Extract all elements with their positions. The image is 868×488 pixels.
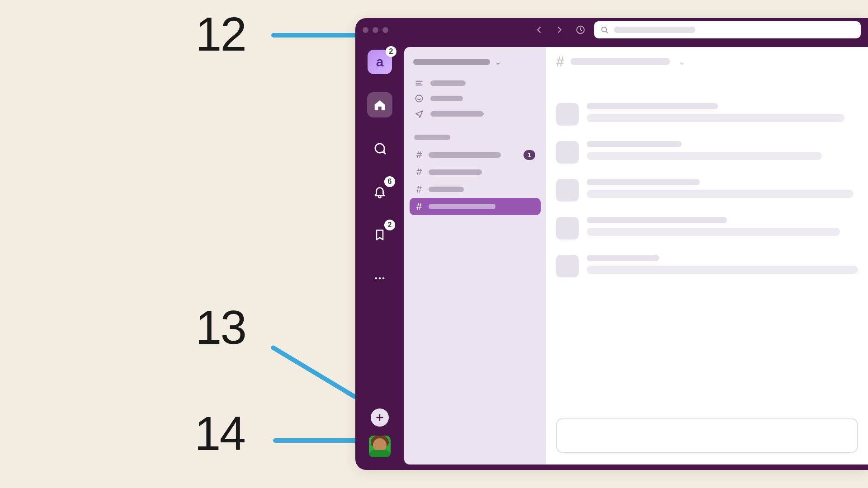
sidebar-item-label <box>430 111 484 117</box>
sidebar-item-label <box>430 96 463 101</box>
channel-header[interactable]: # ⌄ <box>546 47 868 76</box>
message-item <box>556 103 858 126</box>
hash-icon: # <box>556 53 564 70</box>
message-avatar[interactable] <box>556 179 579 202</box>
chevron-down-icon: ⌄ <box>678 56 686 67</box>
rail-home[interactable] <box>367 92 392 117</box>
sidebar-nav <box>410 77 541 127</box>
workspace-sidebar: ⌄ <box>404 47 546 465</box>
rail-activity[interactable]: 6 <box>367 179 392 204</box>
workspace-unread-badge: 2 <box>386 46 396 57</box>
message-body <box>587 103 858 126</box>
message-avatar[interactable] <box>556 141 579 164</box>
home-icon <box>373 98 387 112</box>
sidebar-item-threads[interactable] <box>414 79 536 88</box>
chevron-right-icon <box>555 25 565 35</box>
callout-14-line <box>273 438 363 443</box>
message-avatar[interactable] <box>556 217 579 239</box>
channels-section-label[interactable] <box>414 135 450 140</box>
nav-rail: a 2 6 2 <box>355 42 404 470</box>
message-body <box>587 179 858 202</box>
traffic-dot[interactable] <box>382 27 388 33</box>
svg-point-3 <box>375 277 377 280</box>
channel-name-placeholder <box>429 187 464 192</box>
activity-badge: 6 <box>384 176 395 187</box>
channel-name-placeholder <box>429 169 482 175</box>
message-text-placeholder <box>587 190 854 198</box>
message-item <box>556 217 858 239</box>
unread-badge: 1 <box>524 150 535 160</box>
message-item <box>556 179 858 202</box>
sidebar-item-mentions[interactable] <box>414 94 536 103</box>
svg-line-2 <box>606 31 607 33</box>
chevron-down-icon: ⌄ <box>495 57 501 67</box>
message-text-placeholder <box>587 114 844 122</box>
hash-icon: # <box>415 166 423 178</box>
app-window: a 2 6 2 <box>355 18 868 470</box>
svg-point-5 <box>382 277 385 280</box>
message-header-placeholder <box>587 103 718 109</box>
workspace-switcher[interactable]: a 2 <box>368 50 392 74</box>
hash-icon: # <box>415 183 423 195</box>
channel-name-placeholder <box>429 204 495 209</box>
message-text-placeholder <box>587 152 822 160</box>
message-body <box>587 141 858 164</box>
callout-13-line <box>270 345 358 400</box>
rail-more[interactable] <box>367 266 392 291</box>
callout-12-number: 12 <box>195 7 245 61</box>
plus-icon <box>375 413 385 422</box>
message-body <box>587 217 858 239</box>
message-header-placeholder <box>587 141 682 147</box>
clock-icon <box>576 25 585 35</box>
message-header-placeholder <box>587 179 700 185</box>
sidebar-item-drafts[interactable] <box>414 109 536 118</box>
message-composer[interactable] <box>556 418 858 453</box>
message-text-placeholder <box>587 228 840 236</box>
rail-dms[interactable] <box>367 136 392 161</box>
window-controls[interactable] <box>363 27 388 33</box>
callout-14-number: 14 <box>194 407 245 461</box>
channel-item-active[interactable]: # <box>410 198 541 215</box>
sidebar-item-label <box>430 80 466 86</box>
add-button[interactable] <box>371 408 389 427</box>
channel-item[interactable]: # 1 <box>410 146 541 164</box>
app-body: a 2 6 2 <box>355 42 868 470</box>
traffic-dot[interactable] <box>373 27 378 33</box>
svg-point-4 <box>379 277 381 280</box>
lines-icon <box>414 79 424 88</box>
svg-point-11 <box>416 95 423 102</box>
dm-icon <box>373 141 387 155</box>
workspace-letter: a <box>376 54 384 70</box>
callout-13-number: 13 <box>195 300 245 355</box>
message-avatar[interactable] <box>556 103 579 126</box>
chevron-left-icon <box>534 25 544 35</box>
avatar-shirt <box>369 450 391 457</box>
send-icon <box>414 109 424 118</box>
profile-avatar[interactable] <box>369 436 391 457</box>
search-placeholder <box>614 27 695 33</box>
message-list[interactable] <box>546 76 868 412</box>
channel-title-placeholder <box>571 58 670 65</box>
bell-icon <box>373 185 387 198</box>
title-bar <box>355 18 868 42</box>
more-icon <box>373 272 386 285</box>
workspace-name-placeholder <box>413 59 490 65</box>
message-body <box>587 255 858 277</box>
hash-icon: # <box>415 201 423 212</box>
message-avatar[interactable] <box>556 255 579 277</box>
rail-later[interactable]: 2 <box>367 222 392 248</box>
channel-item[interactable]: # <box>410 164 541 181</box>
search-icon <box>600 26 609 34</box>
history-button[interactable] <box>573 23 588 37</box>
history-back-button[interactable] <box>532 23 546 37</box>
channel-name-placeholder <box>429 152 501 158</box>
workspace-header[interactable]: ⌄ <box>410 54 541 73</box>
channel-item[interactable]: # <box>410 181 541 198</box>
history-forward-button[interactable] <box>552 23 567 37</box>
traffic-dot[interactable] <box>363 27 368 33</box>
message-text-placeholder <box>587 266 858 274</box>
later-badge: 2 <box>384 220 395 230</box>
message-item <box>556 255 858 277</box>
search-bar[interactable] <box>594 21 861 38</box>
conversation-pane: # ⌄ <box>546 47 868 465</box>
